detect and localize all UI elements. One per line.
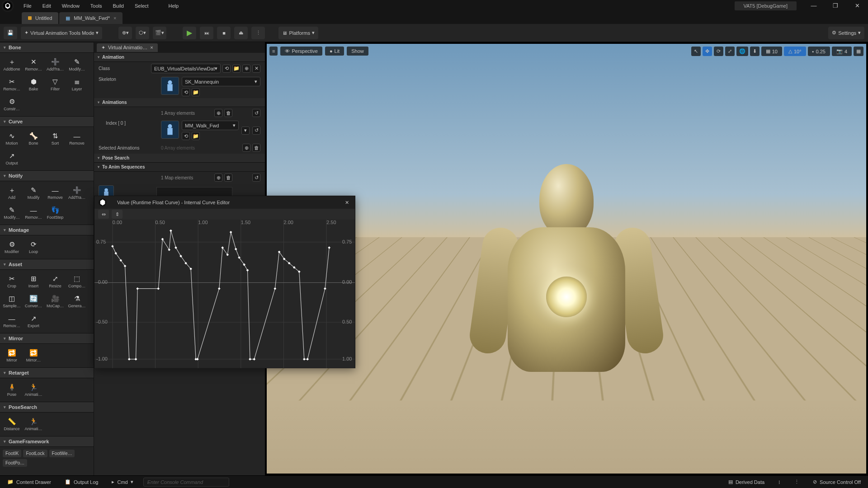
tool-remove[interactable]: —Remove [66,129,88,149]
tool-sample[interactable]: ◫Sample… [1,291,23,311]
tool-remov[interactable]: —Remov… [23,203,44,223]
tool-remov[interactable]: ✕Remov… [23,55,44,75]
fit-vertical-icon[interactable]: ⇕ [112,210,123,219]
tool-modify[interactable]: ✎Modify… [1,203,23,223]
derived-data-button[interactable]: ▤ Derived Data [725,477,768,487]
chip-footik[interactable]: FootIK [3,450,21,457]
tool-footstep[interactable]: 👣FootStep [44,203,66,223]
tool-compo[interactable]: ⬚Compo… [66,272,88,291]
menu-window[interactable]: Window [57,1,84,10]
tool-modify[interactable]: ✎Modify… [66,55,88,75]
class-dropdown[interactable]: EUB_VirtualDetailsViewDat▾ [151,64,221,73]
tool-addtra[interactable]: ➕AddTra… [44,55,66,75]
tool-conver[interactable]: 🔄Conver… [23,291,44,311]
tool-animati[interactable]: 🏃Animati… [23,414,44,434]
stop-button[interactable]: ■ [217,27,231,39]
tool-bone[interactable]: 🦴Bone [23,129,44,149]
camera-speed[interactable]: 📷 4 [832,47,852,56]
menu-select[interactable]: Select [130,1,153,10]
tool-add[interactable]: ＋Add [1,183,23,203]
array-clear-icon[interactable]: 🗑 [252,144,260,152]
tab-close-icon[interactable]: × [113,15,116,21]
element-menu-icon[interactable]: ▾ [241,127,250,135]
tool-constr[interactable]: ⚙Constr… [1,94,23,114]
tool-remov[interactable]: ✂Remov… [1,75,23,94]
tool-remov[interactable]: —Remov… [1,311,23,331]
menu-tools[interactable]: Tools [86,1,107,10]
tool-filter[interactable]: ▽Filter [44,75,66,94]
tool-animati[interactable]: 🏃Animati… [23,380,44,400]
section-posesearch[interactable]: Pose Search [94,154,265,163]
tool-bake[interactable]: ⬢Bake [23,75,44,94]
tool-resize[interactable]: ⤢Resize [44,272,66,291]
output-log-button[interactable]: 📋 Output Log [61,477,102,487]
tool-mirror[interactable]: 🔁Mirror [1,346,23,366]
tool-pose[interactable]: 🧍Pose [1,380,23,400]
tool-mocap[interactable]: 🎥MoCap… [44,291,66,311]
tool-addbone[interactable]: ＋AddBone [1,55,23,75]
skeleton-thumb[interactable] [161,77,179,95]
reset-icon[interactable]: ↺ [252,109,260,117]
tool-output[interactable]: ↗Output [1,149,23,169]
browse-icon[interactable]: ⟲ [222,65,231,73]
window-close[interactable]: ✕ [848,0,866,11]
section-toanim[interactable]: To Anim Sequences [94,163,265,172]
viewport-show[interactable]: Show [347,47,368,56]
window-restore[interactable]: ❐ [826,0,844,11]
level-viewport[interactable]: ≡ 👁 Perspective ● Lit Show ↖ ✥ ⟳ ⤢ 🌐 ⬇ ▦… [265,42,868,475]
viewport-maximize-icon[interactable]: ▦ [854,47,863,56]
rotate-mode-icon[interactable]: ⟳ [714,47,723,56]
skeleton-dropdown[interactable]: SK_Mannequin▾ [182,77,260,86]
viewport-lit[interactable]: ● Lit [325,47,344,56]
angle-snap[interactable]: △ 10° [784,47,806,56]
tab-mmwalkfwd[interactable]: ▦ MM_Walk_Fwd* × [59,12,123,24]
chip-footwe[interactable]: FootWe… [49,450,75,457]
details-tab[interactable]: ✦ Virtual Animatio… × [97,43,158,52]
console-input[interactable]: Enter Console Command [143,478,229,487]
tool-motion[interactable]: ∿Motion [1,129,23,149]
tool-distance[interactable]: 📏Distance [1,414,23,434]
array-add-icon[interactable]: ⊕ [214,109,222,117]
tool-modify[interactable]: ✎Modify [23,183,44,203]
tool-export[interactable]: ↗Export [23,311,44,331]
grid-snap[interactable]: ▦ 10 [761,47,782,56]
curve-canvas[interactable]: 0.000.501.001.502.002.50 0.750.75-0.000.… [94,220,355,368]
add-content-button[interactable]: ⊕▾ [118,27,132,39]
chip-footpo[interactable]: FootPo… [3,459,27,467]
section-asset[interactable]: Asset [0,259,94,270]
scale-mode-icon[interactable]: ⤢ [725,47,735,56]
add-icon[interactable]: ⊕ [242,65,250,73]
tool-crop[interactable]: ✂Crop [1,272,23,291]
tool-mirror[interactable]: 🔁Mirror… [23,346,44,366]
blueprint-button[interactable]: ⬡▾ [136,27,149,39]
eject-button[interactable]: ⏏ [234,27,248,39]
tool-modifier[interactable]: ⚙Modifier [1,237,23,257]
tool-layer[interactable]: ≣Layer [66,75,88,94]
tool-loop[interactable]: ⟳Loop [23,237,44,257]
array-clear-icon[interactable]: 🗑 [224,109,232,117]
folder-icon[interactable]: 📁 [192,132,200,140]
source-control-button[interactable]: ⊘ Source Control Off [809,477,864,487]
section-montage[interactable]: Montage [0,225,94,235]
clear-icon[interactable]: ✕ [252,65,260,73]
coord-space-icon[interactable]: 🌐 [736,47,748,56]
menu-build[interactable]: Build [108,1,128,10]
tool-addtra[interactable]: ➕AddTra… [66,183,88,203]
tool-remove[interactable]: —Remove [44,183,66,203]
play-opts-button[interactable]: ⋮ [251,27,265,39]
reset-icon[interactable]: ↺ [252,174,260,182]
viewport-perspective[interactable]: 👁 Perspective [280,47,322,56]
map-add-icon[interactable]: ⊕ [214,174,222,182]
browse-icon[interactable]: ⟲ [182,88,190,96]
close-icon[interactable]: × [150,45,153,50]
step-button[interactable]: ⏭ [200,27,213,39]
viewport-menu-button[interactable]: ≡ [269,47,278,56]
play-button[interactable]: ▶ [183,27,196,39]
curve-editor-titlebar[interactable]: Value (Runtime Float Curve) - Internal C… [94,196,355,209]
tool-genera[interactable]: ⚗Genera… [66,291,88,311]
platforms-button[interactable]: 🖥 Platforms ▾ [278,27,318,39]
map-clear-icon[interactable]: 🗑 [224,174,232,182]
anim-thumb[interactable] [161,121,179,139]
translate-mode-icon[interactable]: ✥ [703,47,712,56]
folder-icon[interactable]: 📁 [232,65,241,73]
